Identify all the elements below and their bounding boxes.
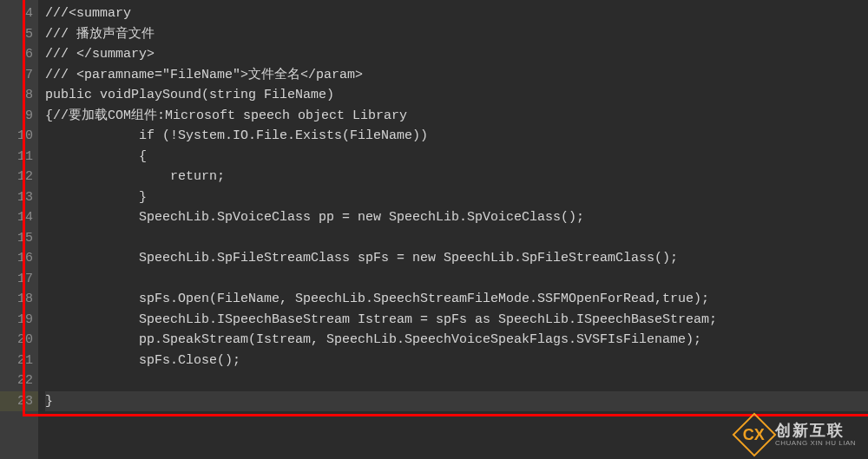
watermark-logo: CX 创新互联 CHUANG XIN HU LIAN [739,419,856,450]
code-line[interactable]: ///<summary [45,6,131,21]
code-area-wrap: ///<summary /// 播放声音文件 /// </summary> //… [38,0,868,459]
logo-main-text: 创新互联 [775,423,856,440]
logo-text: 创新互联 CHUANG XIN HU LIAN [775,423,856,448]
code-line[interactable]: { [45,149,147,164]
code-line[interactable]: spFs.Open(FileName, SpeechLib.SpeechStre… [45,292,709,306]
code-line[interactable]: if (!System.IO.File.Exists(FileName)) [45,128,428,143]
code-line-current[interactable]: } [45,391,868,412]
code-line[interactable]: } [45,190,147,205]
logo-badge-text: CX [743,425,765,443]
code-editor: 4567891011121314151617181920212223 ///<s… [0,0,868,459]
code-content[interactable]: ///<summary /// 播放声音文件 /// </summary> //… [38,0,868,411]
code-line[interactable]: /// </summary> [45,47,155,62]
code-line[interactable]: /// 播放声音文件 [45,27,155,42]
logo-badge: CX [733,413,777,457]
code-line[interactable]: SpeechLib.ISpeechBaseStream Istream = sp… [45,312,717,327]
code-line[interactable]: SpeechLib.SpFileStreamClass spFs = new S… [45,251,678,266]
code-line[interactable]: spFs.Close(); [45,353,240,368]
code-line[interactable]: {//要加载COM组件:Microsoft speech object Libr… [45,108,407,123]
code-line[interactable]: /// <paramname="FileName">文件全名</param> [45,68,363,82]
code-line[interactable]: SpeechLib.SpVoiceClass pp = new SpeechLi… [45,210,584,225]
logo-sub-text: CHUANG XIN HU LIAN [775,439,856,447]
code-line[interactable]: pp.SpeakStream(Istream, SpeechLib.Speech… [45,332,701,347]
code-line[interactable]: public voidPlaySound(string FileName) [45,88,334,102]
code-line[interactable]: return; [45,169,225,184]
line-number-current: 23 [0,391,38,412]
line-number-gutter: 4567891011121314151617181920212223 [0,0,38,459]
